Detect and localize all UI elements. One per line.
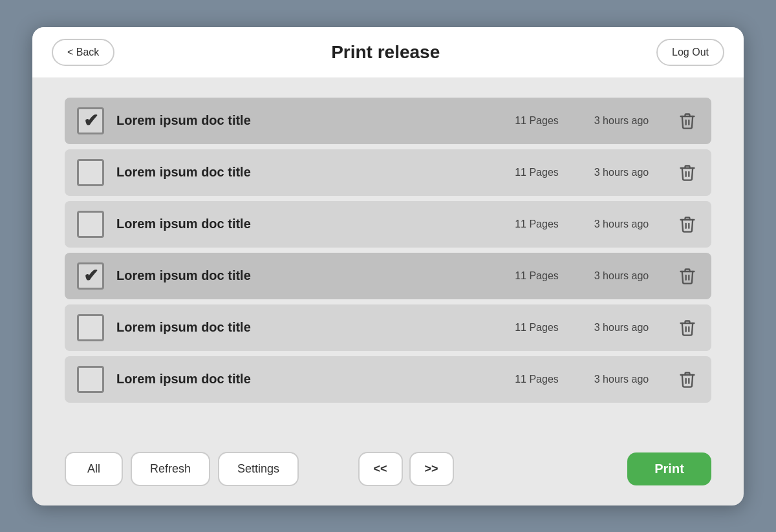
trash-icon [678, 215, 696, 233]
trash-icon [678, 370, 696, 388]
delete-button-4[interactable] [674, 262, 701, 290]
table-row: Lorem ipsum doc title 11 Pages 3 hours a… [65, 201, 711, 248]
refresh-button[interactable]: Refresh [131, 452, 210, 486]
doc-title: Lorem ipsum doc title [116, 320, 494, 335]
doc-time: 3 hours ago [579, 270, 663, 282]
app-container: < Back Print release Log Out ✔ Lorem ips… [32, 27, 744, 505]
footer: All Refresh Settings << >> Print [65, 445, 711, 486]
checkbox-6[interactable] [75, 364, 106, 395]
checkbox-3[interactable] [75, 209, 106, 240]
footer-center: << >> [307, 452, 505, 486]
doc-pages: 11 Pages [504, 167, 569, 178]
delete-button-1[interactable] [674, 107, 701, 134]
main-content: ✔ Lorem ipsum doc title 11 Pages 3 hours… [32, 78, 744, 505]
doc-pages: 11 Pages [504, 322, 569, 334]
header: < Back Print release Log Out [32, 27, 744, 78]
delete-button-6[interactable] [674, 366, 701, 393]
doc-time: 3 hours ago [579, 374, 663, 385]
checkmark-icon: ✔ [83, 267, 98, 285]
doc-title: Lorem ipsum doc title [116, 268, 494, 283]
print-button[interactable]: Print [627, 452, 711, 485]
next-button[interactable]: >> [409, 452, 454, 486]
checkbox-4[interactable]: ✔ [75, 261, 106, 292]
doc-pages: 11 Pages [504, 270, 569, 282]
doc-pages: 11 Pages [504, 218, 569, 230]
table-row: Lorem ipsum doc title 11 Pages 3 hours a… [65, 304, 711, 351]
all-button[interactable]: All [65, 452, 123, 486]
checkmark-icon: ✔ [83, 112, 98, 130]
footer-left: All Refresh Settings [65, 452, 299, 486]
back-label: < Back [67, 47, 99, 58]
doc-title: Lorem ipsum doc title [116, 372, 494, 387]
back-button[interactable]: < Back [52, 39, 114, 66]
doc-time: 3 hours ago [579, 167, 663, 178]
table-row: Lorem ipsum doc title 11 Pages 3 hours a… [65, 356, 711, 403]
table-row: ✔ Lorem ipsum doc title 11 Pages 3 hours… [65, 253, 711, 299]
logout-label: Log Out [672, 47, 709, 58]
doc-title: Lorem ipsum doc title [116, 113, 494, 128]
trash-icon [678, 267, 696, 285]
table-row: Lorem ipsum doc title 11 Pages 3 hours a… [65, 149, 711, 196]
doc-time: 3 hours ago [579, 115, 663, 127]
settings-button[interactable]: Settings [218, 452, 299, 486]
checkbox-1[interactable]: ✔ [75, 105, 106, 136]
trash-icon [678, 112, 696, 130]
footer-right: Print [513, 452, 711, 485]
doc-title: Lorem ipsum doc title [116, 217, 494, 231]
trash-icon [678, 319, 696, 337]
page-title: Print release [331, 42, 440, 63]
doc-time: 3 hours ago [579, 218, 663, 230]
doc-time: 3 hours ago [579, 322, 663, 334]
prev-button[interactable]: << [358, 452, 403, 486]
doc-title: Lorem ipsum doc title [116, 165, 494, 180]
trash-icon [678, 164, 696, 182]
delete-button-3[interactable] [674, 211, 701, 238]
doc-pages: 11 Pages [504, 374, 569, 385]
delete-button-2[interactable] [674, 159, 701, 186]
delete-button-5[interactable] [674, 314, 701, 341]
doc-pages: 11 Pages [504, 115, 569, 127]
checkbox-2[interactable] [75, 157, 106, 188]
checkbox-5[interactable] [75, 312, 106, 343]
table-row: ✔ Lorem ipsum doc title 11 Pages 3 hours… [65, 98, 711, 144]
document-list: ✔ Lorem ipsum doc title 11 Pages 3 hours… [65, 98, 711, 426]
logout-button[interactable]: Log Out [656, 39, 724, 66]
